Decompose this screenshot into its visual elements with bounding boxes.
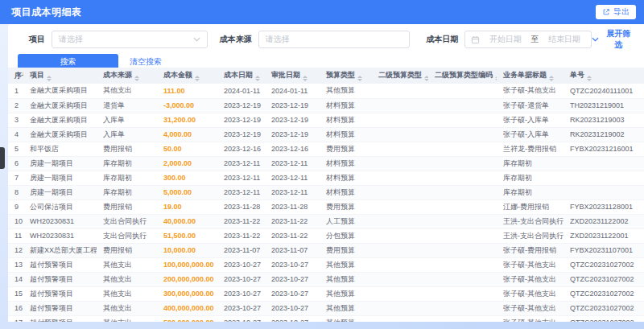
column-header-index: 序号: [8, 68, 23, 84]
cell-project: WH20230831: [23, 228, 97, 243]
cell-project: 超付预警项目: [23, 257, 97, 272]
cell-approval_date: 2023-10-27: [265, 301, 320, 315]
sort-icon[interactable]: [357, 76, 362, 81]
cell-project: 房建一期项目: [23, 171, 97, 185]
cell-source: 入库单: [97, 127, 157, 142]
sort-icon[interactable]: [587, 76, 592, 81]
column-header-doc_title[interactable]: 业务单据标题: [497, 68, 564, 84]
cell-budget_type: 其他预算: [320, 257, 372, 272]
table-row: 17超付预警项目其他支出500,000,000.002023-10-272023…: [8, 315, 644, 322]
column-header-cost_date[interactable]: 成本日期: [217, 68, 265, 84]
cell-amount: 51,500.00: [157, 228, 217, 243]
cell-project: 金融大厦采购项目: [23, 113, 97, 127]
sort-icon[interactable]: [255, 76, 260, 81]
column-header-budget_type[interactable]: 预算类型: [320, 68, 372, 84]
cell-sub_budget_type: [372, 113, 428, 127]
cell-doc_no: QTZC20231027002: [564, 301, 644, 315]
sort-icon[interactable]: [424, 76, 428, 81]
cell-budget_type: 分包预算: [320, 228, 372, 243]
cell-doc_title: 张子硕-其他支出: [497, 301, 564, 315]
expand-filters-button[interactable]: 展开筛选: [592, 28, 634, 51]
column-header-doc_no[interactable]: 单号: [564, 68, 644, 84]
cell-sub_budget_code: [428, 127, 497, 142]
table-body: 1金融大厦采购项目其他支出111.002024-01-112024-01-11其…: [8, 84, 644, 322]
cell-project: 金融大厦采购项目: [23, 98, 97, 113]
cell-cost_date: 2023-10-27: [217, 257, 265, 272]
sort-icon[interactable]: [195, 76, 200, 81]
cell-sub_budget_code: [428, 199, 497, 214]
cost-source-select[interactable]: 请选择: [258, 31, 411, 48]
cell-budget_type: 其他预算: [320, 315, 372, 322]
table-row: 6房建一期项目库存期初2,000.002023-12-112023-12-11材…: [8, 156, 644, 171]
sort-icon[interactable]: [47, 76, 52, 81]
cell-amount: 500,000,000.00: [157, 315, 217, 322]
column-label: 成本金额: [163, 71, 192, 79]
clear-search-button[interactable]: 清空搜索: [130, 56, 162, 68]
page-title: 项目成本明细表: [11, 6, 82, 19]
cell-budget_type: 材料预算: [320, 185, 372, 199]
cell-source: 其他支出: [97, 272, 157, 286]
cell-cost_date: 2023-11-07: [217, 243, 265, 257]
cost-date-range-input[interactable]: 开始日期 至 结束日期: [464, 31, 592, 48]
cell-project: 房建一期项目: [23, 185, 97, 199]
cell-doc_title: 王洪-支出合同执行: [497, 214, 564, 228]
sort-icon[interactable]: [495, 76, 497, 81]
cell-cost_date: 2023-10-27: [217, 315, 265, 322]
cell-sub_budget_code: [428, 301, 497, 315]
cell-doc_no: ZXD20231122001: [564, 228, 644, 243]
cell-cost_date: 2023-11-28: [217, 199, 265, 214]
column-header-amount[interactable]: 成本金额: [157, 68, 217, 84]
table-row: 3金融大厦采购项目入库单31,200.002023-12-192023-12-1…: [8, 113, 644, 127]
cell-doc_title: 张子硕-费用报销: [497, 243, 564, 257]
cell-index: 9: [8, 199, 23, 214]
cell-cost_date: 2023-12-11: [217, 156, 265, 171]
cell-doc_no: FYBX20231107001: [564, 243, 644, 257]
column-header-sub_budget_type[interactable]: 二级预算类型: [372, 68, 428, 84]
cell-source: 费用报销: [97, 142, 157, 156]
cell-doc_no: [564, 185, 644, 199]
sort-icon[interactable]: [303, 76, 308, 81]
cell-project: 超付预警项目: [23, 286, 97, 301]
cell-source: 费用报销: [97, 243, 157, 257]
cell-doc_no: QTZC20231027002: [564, 286, 644, 301]
cell-amount: 10,000.00: [157, 243, 217, 257]
cell-doc_no: ZXD20231122002: [564, 214, 644, 228]
cell-doc_title: 张子硕-其他支出: [497, 272, 564, 286]
column-header-approval_date[interactable]: 审批日期: [265, 68, 320, 84]
cell-source: 其他支出: [97, 301, 157, 315]
cell-sub_budget_code: [428, 113, 497, 127]
cell-sub_budget_type: [372, 171, 428, 185]
column-label: 成本来源: [103, 71, 132, 79]
cell-sub_budget_code: [428, 315, 497, 322]
column-label: 项目: [30, 71, 44, 79]
export-button[interactable]: 导出: [596, 5, 636, 19]
sort-icon[interactable]: [549, 76, 554, 81]
cell-budget_type: 材料预算: [320, 171, 372, 185]
cell-project: 公司保洁项目: [23, 199, 97, 214]
column-header-sub_budget_code[interactable]: 二级预算类型编码: [428, 68, 497, 84]
cell-project: 超付预警项目: [23, 272, 97, 286]
project-select-placeholder: 请选择: [59, 34, 193, 45]
cell-cost_date: 2023-10-27: [217, 301, 265, 315]
cell-approval_date: 2023-10-27: [265, 286, 320, 301]
cell-index: 17: [8, 315, 23, 322]
cell-doc_title: 张子硕-退货单: [497, 98, 564, 113]
cell-approval_date: 2023-12-19: [265, 113, 320, 127]
cell-amount: 4,000.00: [157, 127, 217, 142]
project-select[interactable]: 请选择: [52, 31, 208, 48]
cell-source: 其他支出: [97, 84, 157, 98]
cell-doc_no: [564, 171, 644, 185]
cell-budget_type: 其他预算: [320, 286, 372, 301]
cell-doc_no: [564, 156, 644, 171]
table-row: 5和平饭店费用报销50.002023-12-162023-12-16费用预算兰祥…: [8, 142, 644, 156]
sort-icon[interactable]: [134, 76, 139, 81]
cell-budget_type: 费用预算: [320, 142, 372, 156]
cell-approval_date: 2023-10-27: [265, 315, 320, 322]
cell-approval_date: 2024-01-11: [265, 84, 320, 98]
cell-index: 11: [8, 228, 23, 243]
cell-sub_budget_type: [372, 286, 428, 301]
column-header-source[interactable]: 成本来源: [97, 68, 157, 84]
cell-source: 费用报销: [97, 199, 157, 214]
column-header-project[interactable]: 项目: [23, 68, 97, 84]
drawer-handle[interactable]: [0, 147, 5, 169]
